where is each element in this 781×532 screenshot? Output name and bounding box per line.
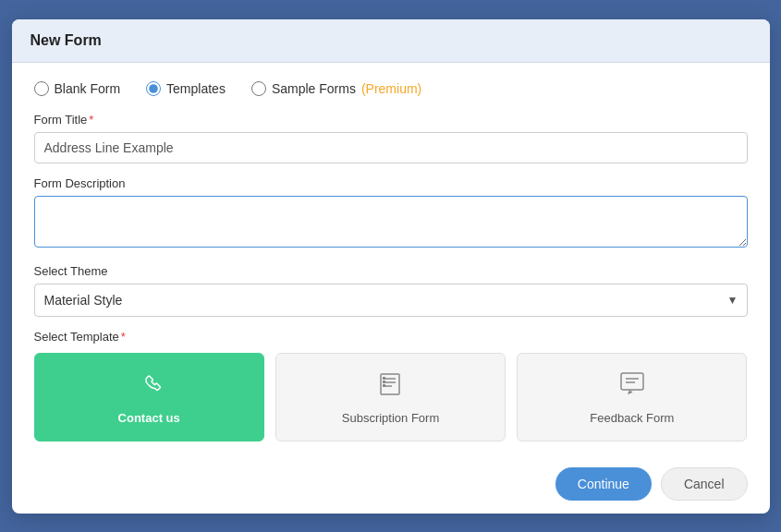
new-form-modal: New Form Blank Form Templates Sample For…: [12, 19, 770, 514]
template-contact-label: Contact us: [118, 411, 180, 425]
template-feedback-label: Feedback Form: [590, 411, 674, 425]
radio-group: Blank Form Templates Sample Forms (Premi…: [34, 81, 748, 96]
radio-sample-forms[interactable]: Sample Forms (Premium): [251, 81, 421, 96]
theme-select-wrapper: Material Style ▼: [34, 284, 748, 317]
templates-grid: Contact us: [34, 353, 748, 441]
svg-rect-7: [621, 373, 643, 390]
premium-badge: (Premium): [361, 81, 421, 96]
form-description-group: Form Description: [34, 176, 748, 251]
modal-overlay: New Form Blank Form Templates Sample For…: [0, 0, 781, 532]
template-feedback-form[interactable]: Feedback Form: [517, 353, 747, 441]
radio-templates-input[interactable]: [146, 81, 161, 96]
template-contact-us[interactable]: Contact us: [34, 353, 264, 441]
modal-body: Blank Form Templates Sample Forms (Premi…: [12, 63, 770, 456]
phone-icon: [134, 369, 164, 405]
form-description-input[interactable]: [34, 196, 748, 248]
form-title-group: Form Title*: [34, 113, 748, 163]
radio-blank-label: Blank Form: [55, 81, 121, 96]
modal-header: New Form: [12, 19, 770, 63]
feedback-icon: [617, 369, 647, 405]
required-star-title: *: [89, 113, 93, 127]
radio-templates[interactable]: Templates: [146, 81, 226, 96]
modal-title: New Form: [31, 32, 102, 48]
svg-rect-5: [383, 381, 385, 383]
radio-blank-form[interactable]: Blank Form: [34, 81, 121, 96]
radio-sample-input[interactable]: [251, 81, 266, 96]
theme-select[interactable]: Material Style: [34, 284, 748, 317]
form-title-input[interactable]: [34, 132, 748, 163]
template-subscription-form[interactable]: Subscription Form: [275, 353, 506, 441]
form-title-label: Form Title*: [34, 113, 748, 127]
template-subscription-label: Subscription Form: [342, 411, 439, 425]
radio-templates-label: Templates: [166, 81, 226, 96]
select-theme-group: Select Theme Material Style ▼: [34, 264, 748, 317]
modal-footer: Continue Cancel: [12, 456, 770, 514]
select-template-label: Select Template*: [34, 330, 748, 344]
svg-rect-4: [383, 377, 385, 380]
radio-sample-label: Sample Forms: [272, 81, 356, 96]
form-description-label: Form Description: [34, 176, 748, 190]
templates-section: Select Template* Contact us: [34, 330, 748, 441]
continue-button[interactable]: Continue: [555, 467, 652, 501]
subscription-icon: [375, 369, 405, 405]
required-star-template: *: [121, 330, 126, 344]
select-theme-label: Select Theme: [34, 264, 748, 278]
svg-rect-6: [383, 384, 385, 387]
radio-blank-input[interactable]: [34, 81, 49, 96]
cancel-button[interactable]: Cancel: [661, 467, 748, 501]
